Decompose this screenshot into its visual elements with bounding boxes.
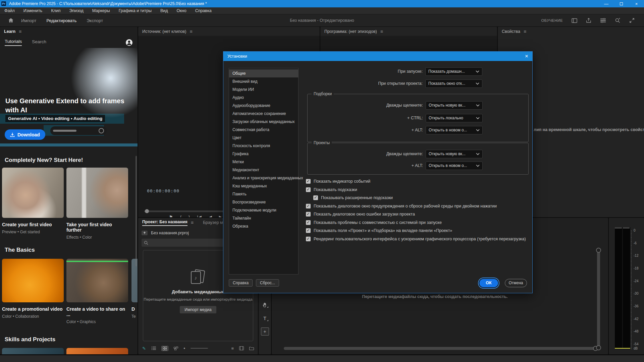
bins-doubleclick-dropdown[interactable]: Открыть новую вк... xyxy=(426,101,483,110)
mark-in-icon[interactable]: { xyxy=(180,215,181,217)
edit-toolbar-button[interactable]: + xyxy=(261,327,269,336)
category-audio-hardware[interactable]: Аудиооборудование xyxy=(229,102,298,110)
cancel-button[interactable]: Отмена xyxy=(505,279,527,287)
minimize-button[interactable]: — xyxy=(599,0,614,7)
tutorial-card[interactable]: Create your first video Preview • Get st… xyxy=(2,168,64,234)
category-media-analysis[interactable]: Анализ и транскрипция медиаданных xyxy=(229,174,298,182)
panel-menu-icon[interactable]: ≡ xyxy=(524,29,526,34)
scrollbar-handle[interactable] xyxy=(596,345,601,350)
tutorial-card[interactable]: Create a video to share on ... Color • G… xyxy=(66,259,128,324)
category-general[interactable]: Общие xyxy=(229,69,298,77)
panel-menu-icon[interactable]: ≡ xyxy=(191,220,194,225)
category-appearance[interactable]: Внешний вид xyxy=(229,77,298,85)
tab-tutorials[interactable]: Tutorials xyxy=(5,39,22,46)
checkbox-checked[interactable] xyxy=(306,187,311,192)
sort-icon[interactable]: ≡ xyxy=(231,346,234,351)
scrollbar-handle[interactable] xyxy=(596,248,601,253)
menu-file[interactable]: Файл xyxy=(0,7,19,14)
learn-scrollbar[interactable] xyxy=(136,156,137,266)
open-project-dropdown[interactable]: Показать окно отк... xyxy=(425,79,482,88)
tutorial-card-partial[interactable] xyxy=(2,348,64,354)
tab-search[interactable]: Search xyxy=(32,39,46,46)
tab-edit[interactable]: Редактировать xyxy=(46,18,76,23)
source-panel-title[interactable]: Источник: (нет клипов) xyxy=(142,29,186,34)
download-button[interactable]: Download xyxy=(5,129,45,140)
search-discover-icon[interactable] xyxy=(615,18,621,23)
category-audio[interactable]: Аудио xyxy=(229,94,298,102)
bins-alt-dropdown[interactable]: Открыть в новом о... xyxy=(426,126,483,134)
checkbox-checked[interactable] xyxy=(306,237,311,241)
program-panel-title[interactable]: Программа: (нет эпизодов) xyxy=(324,29,377,34)
category-media[interactable]: Медиаконтент xyxy=(229,166,298,174)
category-graphics[interactable]: Графика xyxy=(229,150,298,158)
ok-button[interactable]: ОК xyxy=(479,279,498,287)
category-playback[interactable]: Воспроизведение xyxy=(229,198,298,206)
startup-dropdown[interactable]: Показать домашн... xyxy=(425,67,482,76)
learn-mode-label[interactable]: ОБУЧЕНИЕ xyxy=(541,18,563,22)
project-file-row[interactable]: Без названия.prproj xyxy=(142,231,189,235)
projects-doubleclick-dropdown[interactable]: Открыть новую вк... xyxy=(426,150,483,158)
tutorial-card[interactable]: Take your first video further Effects • … xyxy=(66,168,128,240)
category-ai-models[interactable]: Модели ИИ xyxy=(229,85,298,94)
category-media-cache[interactable]: Кэш медиаданных xyxy=(229,182,298,190)
checkbox-checked[interactable] xyxy=(306,179,311,184)
new-item-icon[interactable] xyxy=(239,346,244,350)
category-color[interactable]: Цвет xyxy=(229,134,298,142)
category-cloud-downloads[interactable]: Загрузки облачных медиаданных xyxy=(229,118,298,126)
category-memory[interactable]: Память xyxy=(229,190,298,198)
checkbox-checked[interactable] xyxy=(306,204,311,208)
panel-menu-icon[interactable]: ≡ xyxy=(380,29,383,34)
hero-card[interactable]: Use Generative Extend to add frames with… xyxy=(0,48,138,146)
settings-stack-icon[interactable] xyxy=(600,18,606,23)
dialog-close-icon[interactable]: × xyxy=(525,53,528,60)
tab-project[interactable]: Проект: Без названия xyxy=(142,220,187,226)
category-auto-save[interactable]: Автоматическое сохранение xyxy=(229,110,298,118)
step-back-icon[interactable]: ◀ xyxy=(209,215,212,217)
menu-sequence[interactable]: Эпизод xyxy=(65,7,88,14)
hand-tool[interactable] xyxy=(261,301,269,309)
import-media-button[interactable]: Импорт медиа xyxy=(180,306,216,313)
tutorial-card-partial[interactable]: D Te xyxy=(131,259,138,319)
help-button[interactable]: Справка xyxy=(229,279,253,287)
panel-menu-icon[interactable]: ≡ xyxy=(190,29,193,34)
checkbox-checked[interactable] xyxy=(306,212,311,217)
list-view-icon[interactable] xyxy=(151,346,156,350)
menu-view[interactable]: Вид xyxy=(156,7,172,14)
fullscreen-icon[interactable] xyxy=(629,18,635,23)
zoom-slider-track[interactable] xyxy=(191,348,208,349)
category-trim[interactable]: Обрезка xyxy=(229,222,298,230)
bins-ctrl-dropdown[interactable]: Открыть локально xyxy=(426,114,483,122)
home-icon[interactable] xyxy=(8,18,14,23)
projects-alt-dropdown[interactable]: Открыть в новом о... xyxy=(426,162,483,170)
menu-help[interactable]: Справка xyxy=(191,7,216,14)
profile-icon[interactable] xyxy=(125,39,133,46)
menu-clip[interactable]: Клип xyxy=(47,7,65,14)
play-icon[interactable]: ▶ xyxy=(219,215,222,217)
freeform-view-icon[interactable] xyxy=(174,347,178,350)
category-plugins[interactable]: Подключаемые модули xyxy=(229,206,298,214)
menu-window[interactable]: Окно xyxy=(172,7,191,14)
mark-out-icon[interactable]: } xyxy=(189,215,190,217)
share-export-icon[interactable] xyxy=(586,18,591,23)
menu-markers[interactable]: Маркеры xyxy=(88,7,114,14)
category-control-surface[interactable]: Плоскость контроля xyxy=(229,142,298,150)
type-tool[interactable]: T xyxy=(261,314,269,322)
tutorial-card[interactable]: Create a promotional video Color • Colla… xyxy=(2,259,64,319)
tab-export[interactable]: Экспорт xyxy=(87,18,103,23)
add-marker-icon[interactable]: ⚑ xyxy=(169,215,173,217)
close-button[interactable]: × xyxy=(629,0,644,7)
checkbox-checked[interactable] xyxy=(313,195,318,200)
goto-in-icon[interactable]: |◀ xyxy=(197,215,201,217)
zoom-slider-knob[interactable]: ● xyxy=(183,347,185,350)
menu-graphics[interactable]: Графика и титры xyxy=(114,7,156,14)
source-timecode[interactable]: 00:00:00:00 xyxy=(147,188,179,193)
category-timeline[interactable]: Таймлайн xyxy=(229,214,298,222)
reset-button[interactable]: Сброс... xyxy=(256,279,279,287)
project-writable-icon[interactable]: ✎ xyxy=(142,346,146,351)
checkbox-checked[interactable] xyxy=(306,220,311,225)
tab-import[interactable]: Импорт xyxy=(21,18,36,23)
new-bin-icon[interactable] xyxy=(249,346,254,350)
maximize-button[interactable] xyxy=(614,0,629,7)
panel-menu-icon[interactable]: ≡ xyxy=(19,29,21,34)
scrollbar-knob[interactable] xyxy=(145,209,149,213)
